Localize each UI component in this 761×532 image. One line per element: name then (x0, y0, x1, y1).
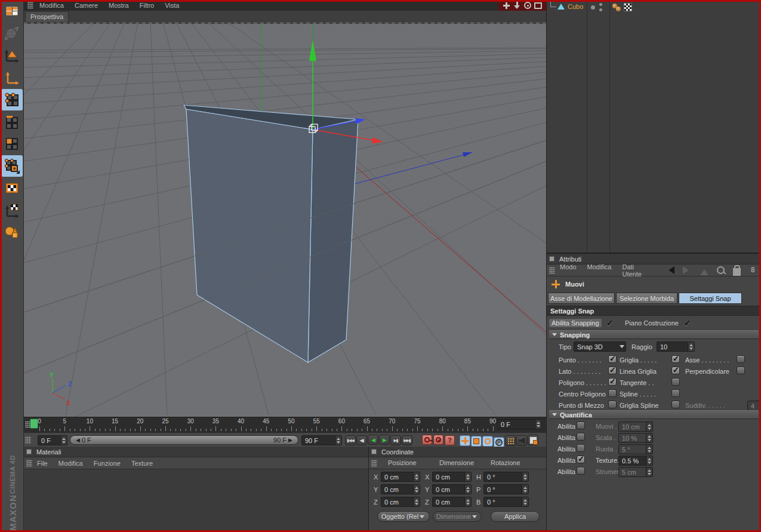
quantify-strumento-checkbox[interactable] (577, 467, 585, 475)
polygon-object-icon[interactable] (557, 4, 565, 10)
enable-snapping-checkbox[interactable] (606, 319, 615, 328)
panel-square-icon[interactable] (371, 449, 377, 454)
tab-selezione-morbida[interactable]: Selezione Morbida (616, 293, 677, 304)
keyframe-clipboard-button[interactable] (528, 435, 538, 445)
coordinates-titlebar[interactable]: Coordinate (369, 447, 546, 457)
materials-menu-modifica[interactable]: Modifica (58, 460, 83, 467)
snap-griglia-spline-checkbox[interactable] (671, 401, 680, 408)
pan-view-icon[interactable] (503, 2, 510, 10)
range-right-arrow-icon[interactable]: ▶ (288, 437, 292, 443)
timeline-ruler[interactable]: 051015202530354045505560657075808590 0 F (24, 417, 546, 432)
preview-range-slider[interactable]: ◀ 0 F 90 F ▶ (70, 435, 298, 445)
rotation-h-field[interactable]: 0 ° (483, 472, 529, 482)
attributes-menu-modifica[interactable]: Modifica (587, 263, 612, 278)
rotation-b-field[interactable]: 0 ° (483, 497, 529, 507)
drag-grip-icon[interactable] (25, 436, 31, 444)
spinner-icon[interactable] (413, 497, 420, 506)
record-rotation-toggle[interactable] (482, 436, 493, 447)
spinner-icon[interactable] (413, 485, 420, 494)
play-backwards-button[interactable]: ◀ (368, 435, 378, 445)
history-up-icon[interactable] (700, 265, 708, 275)
position-x-field[interactable]: 0 cm (381, 472, 420, 482)
dimension-y-field[interactable]: 0 cm (432, 484, 472, 494)
spinner-icon[interactable] (60, 436, 67, 445)
snap-radius-field[interactable]: 10 (657, 342, 695, 352)
tab-settaggi-snap[interactable]: Settaggi Snap (679, 293, 742, 304)
spinner-icon[interactable] (522, 497, 528, 506)
snap-spline-checkbox[interactable] (671, 389, 680, 397)
history-forward-icon[interactable] (683, 266, 692, 274)
enable-dot[interactable] (599, 8, 602, 11)
viewport-menu-camere[interactable]: Camere (75, 2, 98, 9)
previous-frame-button[interactable]: ◀▮ (356, 435, 367, 445)
texture-axis-mode-icon[interactable] (1, 199, 23, 221)
uvw-tag-icon[interactable] (624, 3, 632, 11)
materials-menu-funzione[interactable]: Funzione (94, 460, 121, 467)
snap-asse-checkbox[interactable] (737, 355, 745, 363)
position-y-field[interactable]: 0 cm (381, 484, 420, 494)
link-icon[interactable]: 8 (749, 266, 757, 274)
spinner-icon[interactable] (522, 485, 528, 494)
search-icon[interactable] (717, 266, 725, 274)
next-frame-button[interactable]: ▶▮ (390, 435, 401, 445)
snap-poligono-checkbox[interactable] (608, 378, 617, 386)
cube-object[interactable] (184, 105, 358, 362)
drag-grip-icon[interactable] (27, 2, 33, 9)
texture-mode-icon[interactable] (1, 177, 23, 199)
history-back-icon[interactable] (666, 266, 674, 274)
spinner-icon[interactable] (646, 468, 652, 476)
object-name[interactable]: Cubo (568, 3, 583, 10)
viewport-menu-mostra[interactable]: Mostra (109, 2, 129, 9)
dimension-z-field[interactable]: 0 cm (432, 497, 472, 507)
snap-linea-griglia-checkbox[interactable] (671, 367, 680, 374)
current-frame-spinner-right[interactable]: 0 F (497, 419, 542, 429)
record-scale-toggle[interactable] (471, 436, 482, 447)
snap-tangente-checkbox[interactable] (671, 378, 680, 386)
quantify-group-header[interactable]: Quantifica (549, 410, 759, 419)
object-manager[interactable]: Cubo (546, 0, 761, 254)
record-position-toggle[interactable] (460, 435, 470, 446)
spinner-icon[interactable] (646, 445, 652, 454)
spinner-icon[interactable] (335, 436, 341, 445)
spinner-icon[interactable] (535, 420, 541, 429)
spinner-icon[interactable] (522, 472, 528, 481)
model-mode-icon[interactable] (1, 45, 23, 66)
quantify-ruota-checkbox[interactable] (577, 444, 585, 452)
autokeying-button[interactable] (433, 435, 443, 445)
spinner-icon[interactable] (464, 485, 471, 494)
range-left-arrow-icon[interactable]: ◀ (76, 437, 80, 443)
object-row-cubo[interactable]: Cubo (547, 0, 761, 16)
object-mode-dropdown[interactable]: Oggetto (Rel (377, 511, 430, 522)
lock-icon[interactable] (733, 268, 741, 276)
snap-punto-di-mezzo-checkbox[interactable] (608, 401, 617, 408)
drag-grip-icon[interactable] (26, 460, 32, 467)
record-help-button[interactable]: ? (445, 435, 455, 445)
dashed-splitter[interactable] (24, 23, 546, 23)
edges-mode-icon[interactable] (1, 111, 23, 133)
quantify-texture-checkbox[interactable] (577, 456, 585, 463)
sound-toggle[interactable] (516, 435, 527, 446)
layout-manager-icon[interactable] (1, 1, 23, 22)
rotate-view-icon[interactable] (524, 2, 531, 9)
apply-button[interactable]: Applica (491, 511, 540, 522)
viewport-menu-filtro[interactable]: Filtro (140, 2, 154, 9)
materials-menu-texture[interactable]: Texture (131, 460, 153, 467)
snap-punto-checkbox[interactable] (608, 355, 617, 363)
spinner-icon[interactable] (646, 422, 652, 431)
viewport-3d-view[interactable]: Y Z X (24, 24, 546, 417)
snapping-group-header[interactable]: Snapping (549, 330, 759, 339)
spinner-icon[interactable] (464, 497, 471, 506)
spinner-icon[interactable] (464, 472, 471, 481)
snap-griglia-checkbox[interactable] (671, 355, 680, 363)
current-frame-spinner[interactable]: 0 F (38, 435, 67, 445)
polygons-mode-icon[interactable] (1, 133, 23, 155)
editor-visibility-dot[interactable] (591, 5, 595, 10)
spinner-icon[interactable] (646, 456, 652, 465)
snap-lato-checkbox[interactable] (608, 367, 617, 374)
dimension-x-field[interactable]: 0 cm (432, 472, 472, 482)
make-editable-icon[interactable] (1, 23, 23, 44)
quantify-ruota-field[interactable]: 5 ° (618, 444, 653, 454)
snap-centro-poligono-checkbox[interactable] (608, 389, 617, 397)
quantify-texture-field[interactable]: 0.5 % (618, 456, 653, 466)
record-parameter-toggle[interactable]: P (494, 437, 504, 448)
